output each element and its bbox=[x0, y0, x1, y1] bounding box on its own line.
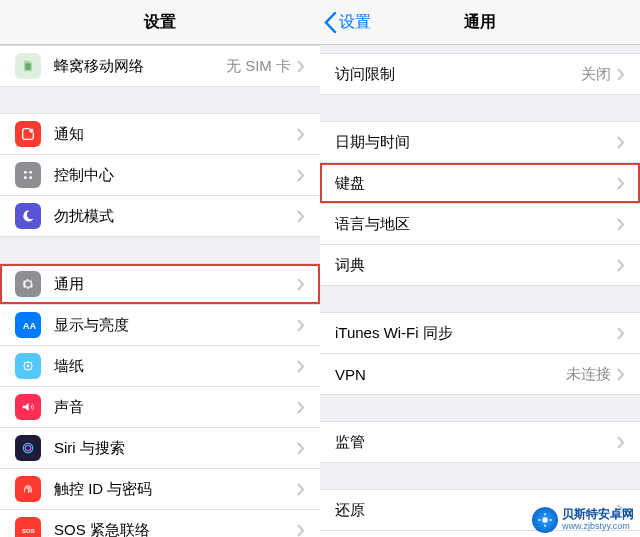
svg-text:SOS: SOS bbox=[22, 528, 35, 534]
group-datetime: 日期与时间 键盘 语言与地区 词典 bbox=[320, 121, 640, 286]
row-label: VPN bbox=[335, 366, 566, 383]
row-controlcenter[interactable]: 控制中心 bbox=[0, 155, 320, 196]
watermark: 贝斯特安卓网 www.zjbstyy.com bbox=[532, 507, 634, 533]
chevron-right-icon bbox=[617, 177, 625, 190]
fingerprint-icon bbox=[15, 476, 41, 502]
row-display[interactable]: AA 显示与亮度 bbox=[0, 305, 320, 346]
svg-rect-0 bbox=[25, 63, 30, 70]
svg-point-3 bbox=[29, 129, 33, 133]
back-button[interactable]: 设置 bbox=[320, 12, 371, 33]
group-restrictions: 访问限制 关闭 bbox=[320, 53, 640, 95]
controlcenter-icon bbox=[15, 162, 41, 188]
svg-text:AA: AA bbox=[23, 321, 36, 331]
row-label: SOS 紧急联络 bbox=[54, 521, 297, 538]
row-touchid[interactable]: 触控 ID 与密码 bbox=[0, 469, 320, 510]
row-label: 日期与时间 bbox=[335, 133, 617, 152]
row-label: 通用 bbox=[54, 275, 297, 294]
row-label: 触控 ID 与密码 bbox=[54, 480, 297, 499]
group-notifications: 通知 控制中心 勿扰模式 bbox=[0, 113, 320, 237]
row-label: 墙纸 bbox=[54, 357, 297, 376]
row-label: 访问限制 bbox=[335, 65, 581, 84]
sos-icon: SOS bbox=[15, 517, 41, 537]
row-label: 语言与地区 bbox=[335, 215, 617, 234]
chevron-right-icon bbox=[617, 436, 625, 449]
chevron-right-icon bbox=[617, 259, 625, 272]
row-label: 监管 bbox=[335, 433, 617, 452]
row-notifications[interactable]: 通知 bbox=[0, 113, 320, 155]
group-sync: iTunes Wi-Fi 同步 VPN 未连接 bbox=[320, 312, 640, 395]
row-label: 通知 bbox=[54, 125, 297, 144]
row-detail: 未连接 bbox=[566, 365, 611, 384]
row-label: Siri 与搜索 bbox=[54, 439, 297, 458]
notifications-icon bbox=[15, 121, 41, 147]
row-dictionary[interactable]: 词典 bbox=[320, 245, 640, 286]
chevron-right-icon bbox=[297, 483, 305, 496]
row-wallpaper[interactable]: 墙纸 bbox=[0, 346, 320, 387]
svg-point-17 bbox=[542, 517, 547, 522]
row-keyboard[interactable]: 键盘 bbox=[320, 163, 640, 204]
general-list[interactable]: 访问限制 关闭 日期与时间 键盘 语言与地区 词典 iTunes Wi-Fi 同… bbox=[320, 45, 640, 537]
watermark-logo-icon bbox=[532, 507, 558, 533]
row-siri[interactable]: Siri 与搜索 bbox=[0, 428, 320, 469]
navbar: 设置 bbox=[0, 0, 320, 45]
chevron-right-icon bbox=[297, 319, 305, 332]
row-detail: 无 SIM 卡 bbox=[226, 57, 291, 76]
page-title: 设置 bbox=[0, 12, 320, 33]
chevron-left-icon bbox=[324, 12, 337, 33]
chevron-right-icon bbox=[617, 368, 625, 381]
group-profiles: 监管 bbox=[320, 421, 640, 463]
row-label: 勿扰模式 bbox=[54, 207, 297, 226]
display-icon: AA bbox=[15, 312, 41, 338]
row-sound[interactable]: 声音 bbox=[0, 387, 320, 428]
chevron-right-icon bbox=[297, 524, 305, 537]
sound-icon bbox=[15, 394, 41, 420]
gear-icon bbox=[15, 271, 41, 297]
watermark-name: 贝斯特安卓网 bbox=[562, 508, 634, 521]
row-sos[interactable]: SOS SOS 紧急联络 bbox=[0, 510, 320, 537]
chevron-right-icon bbox=[617, 136, 625, 149]
chevron-right-icon bbox=[617, 68, 625, 81]
settings-list[interactable]: 蜂窝移动网络 无 SIM 卡 通知 控制中心 勿扰模式 通用 AA 显示与亮度 … bbox=[0, 45, 320, 537]
svg-point-10 bbox=[27, 365, 30, 368]
left-phone: 设置 蜂窝移动网络 无 SIM 卡 通知 控制中心 勿扰模式 通用 AA 显示与… bbox=[0, 0, 320, 537]
screenshot-container: 设置 蜂窝移动网络 无 SIM 卡 通知 控制中心 勿扰模式 通用 AA 显示与… bbox=[0, 0, 640, 537]
row-label: 显示与亮度 bbox=[54, 316, 297, 335]
siri-icon bbox=[15, 435, 41, 461]
row-label: 键盘 bbox=[335, 174, 617, 193]
row-label: iTunes Wi-Fi 同步 bbox=[335, 324, 617, 343]
row-detail: 关闭 bbox=[581, 65, 611, 84]
row-datetime[interactable]: 日期与时间 bbox=[320, 121, 640, 163]
row-vpn[interactable]: VPN 未连接 bbox=[320, 354, 640, 395]
dnd-icon bbox=[15, 203, 41, 229]
watermark-url: www.zjbstyy.com bbox=[562, 522, 634, 532]
row-general[interactable]: 通用 bbox=[0, 263, 320, 305]
row-label: 声音 bbox=[54, 398, 297, 417]
chevron-right-icon bbox=[297, 401, 305, 414]
chevron-right-icon bbox=[297, 360, 305, 373]
group-general: 通用 AA 显示与亮度 墙纸 声音 Siri 与搜索 触控 ID 与密码 SOS… bbox=[0, 263, 320, 537]
chevron-right-icon bbox=[297, 210, 305, 223]
chevron-right-icon bbox=[617, 327, 625, 340]
chevron-right-icon bbox=[297, 128, 305, 141]
chevron-right-icon bbox=[297, 169, 305, 182]
group-cellular: 蜂窝移动网络 无 SIM 卡 bbox=[0, 45, 320, 87]
chevron-right-icon bbox=[297, 60, 305, 73]
row-label: 蜂窝移动网络 bbox=[54, 57, 226, 76]
chevron-right-icon bbox=[617, 218, 625, 231]
chevron-right-icon bbox=[297, 442, 305, 455]
row-restrictions[interactable]: 访问限制 关闭 bbox=[320, 53, 640, 95]
svg-point-12 bbox=[25, 445, 30, 450]
wallpaper-icon bbox=[15, 353, 41, 379]
navbar: 设置 通用 bbox=[320, 0, 640, 45]
row-label: 词典 bbox=[335, 256, 617, 275]
cellular-icon bbox=[15, 53, 41, 79]
row-language[interactable]: 语言与地区 bbox=[320, 204, 640, 245]
chevron-right-icon bbox=[297, 278, 305, 291]
row-cellular[interactable]: 蜂窝移动网络 无 SIM 卡 bbox=[0, 45, 320, 87]
right-phone: 设置 通用 访问限制 关闭 日期与时间 键盘 语言与地区 词典 iTunes W… bbox=[320, 0, 640, 537]
row-itunes[interactable]: iTunes Wi-Fi 同步 bbox=[320, 312, 640, 354]
back-label: 设置 bbox=[339, 12, 371, 33]
row-dnd[interactable]: 勿扰模式 bbox=[0, 196, 320, 237]
row-profiles[interactable]: 监管 bbox=[320, 421, 640, 463]
row-label: 控制中心 bbox=[54, 166, 297, 185]
